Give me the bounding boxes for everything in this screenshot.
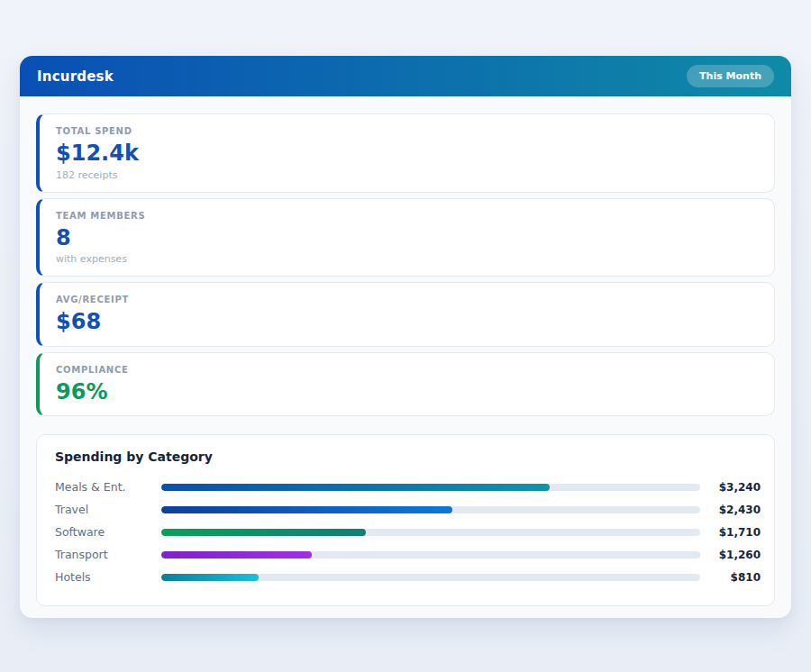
stat-label: AVG/RECEIPT — [56, 295, 758, 304]
category-bar-fill — [161, 529, 366, 536]
spend-row-meals-ent-: Meals & Ent.$3,240 — [55, 476, 761, 498]
stat-label: TEAM MEMBERS — [56, 211, 758, 221]
stat-card-avg-receipt: AVG/RECEIPT$68 — [36, 282, 775, 347]
spending-rows: Meals & Ent.$3,240Travel$2,430Software$1… — [55, 476, 761, 588]
stat-card-team-members: TEAM MEMBERS8with expenses — [36, 198, 775, 277]
category-bar-track — [161, 551, 700, 558]
stat-value: $68 — [56, 310, 758, 335]
category-bar-track — [161, 506, 700, 513]
dashboard-panel: Incurdesk This Month TOTAL SPEND$12.4k18… — [20, 56, 791, 618]
category-bar-track — [161, 529, 700, 536]
category-bar-fill — [161, 551, 312, 558]
category-bar-fill — [161, 484, 550, 491]
category-value: $3,240 — [708, 481, 761, 494]
spend-row-hotels: Hotels$810 — [55, 566, 761, 588]
app-title: Incurdesk — [37, 68, 114, 85]
spending-by-category-card: Spending by Category Meals & Ent.$3,240T… — [36, 434, 775, 606]
category-bar-fill — [161, 574, 259, 581]
period-filter-badge[interactable]: This Month — [687, 65, 774, 87]
category-value: $810 — [708, 571, 761, 584]
stat-subtext: with expenses — [56, 253, 758, 265]
category-value: $1,260 — [708, 549, 761, 561]
spend-row-software: Software$1,710 — [55, 521, 761, 543]
stat-subtext: 182 receipts — [56, 169, 758, 181]
category-label: Hotels — [55, 570, 161, 584]
stat-card-total-spend: TOTAL SPEND$12.4k182 receipts — [36, 114, 775, 193]
stat-card-compliance: COMPLIANCE96% — [36, 352, 775, 417]
app-header: Incurdesk This Month — [20, 56, 791, 96]
spend-row-travel: Travel$2,430 — [55, 498, 761, 521]
stat-label: TOTAL SPEND — [56, 126, 758, 136]
stat-value: $12.4k — [56, 141, 758, 167]
category-label: Meals & Ent. — [55, 480, 161, 494]
stat-value: 8 — [56, 226, 758, 251]
category-label: Travel — [55, 503, 161, 516]
panel-body: TOTAL SPEND$12.4k182 receiptsTEAM MEMBER… — [20, 96, 791, 622]
stat-label: COMPLIANCE — [56, 365, 758, 375]
stat-value: 96% — [56, 380, 758, 405]
spending-title: Spending by Category — [55, 450, 761, 464]
category-bar-track — [161, 574, 700, 581]
category-value: $2,430 — [708, 504, 761, 516]
spend-row-transport: Transport$1,260 — [55, 543, 761, 566]
category-label: Software — [55, 525, 161, 539]
category-label: Transport — [55, 548, 161, 561]
stats-list: TOTAL SPEND$12.4k182 receiptsTEAM MEMBER… — [36, 114, 775, 416]
category-value: $1,710 — [708, 526, 761, 539]
category-bar-fill — [161, 506, 452, 513]
category-bar-track — [161, 484, 700, 491]
